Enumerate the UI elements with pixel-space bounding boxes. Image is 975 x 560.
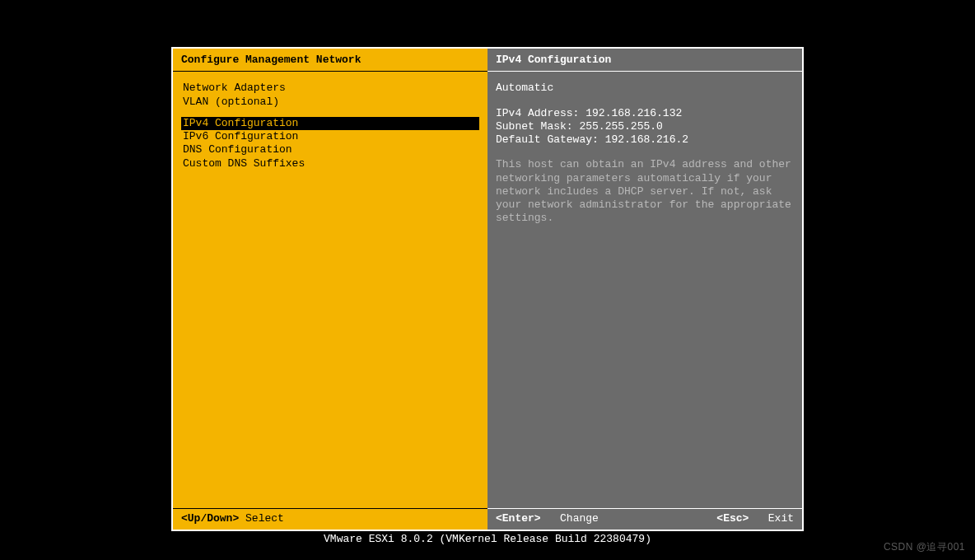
key-esc: <Esc> bbox=[716, 512, 749, 525]
footer-esc-action: Exit bbox=[768, 512, 794, 525]
default-gateway-value: 192.168.216.2 bbox=[605, 133, 688, 146]
footer-enter-group: <Enter> Change bbox=[496, 512, 599, 525]
menu-item-dns-configuration[interactable]: DNS Configuration bbox=[181, 143, 479, 156]
menu-list: Network Adapters VLAN (optional) IPv4 Co… bbox=[173, 72, 488, 508]
footer-left-action: Select bbox=[245, 512, 284, 525]
ipv4-address-row: IPv4 Address: 192.168.216.132 bbox=[496, 107, 794, 120]
default-gateway-row: Default Gateway: 192.168.216.2 bbox=[496, 133, 794, 147]
menu-item-network-adapters[interactable]: Network Adapters bbox=[181, 82, 479, 95]
footer-esc-group: <Esc> Exit bbox=[716, 512, 794, 525]
console-frame: Configure Management Network Network Ada… bbox=[171, 47, 804, 531]
ipv4-description: This host can obtain an IPv4 address and… bbox=[496, 158, 794, 225]
key-up-down: <Up/Down> bbox=[181, 512, 239, 525]
footer-left: <Up/Down> Select bbox=[173, 508, 488, 530]
ipv4-address-value: 192.168.216.132 bbox=[585, 107, 682, 119]
menu-item-ipv4-configuration[interactable]: IPv4 Configuration bbox=[181, 117, 479, 130]
menu-item-ipv6-configuration[interactable]: IPv6 Configuration bbox=[181, 130, 479, 143]
footer-enter-action: Change bbox=[560, 512, 599, 525]
key-enter: <Enter> bbox=[496, 512, 541, 525]
detail-body: Automatic IPv4 Address: 192.168.216.132 … bbox=[488, 72, 802, 508]
subnet-mask-value: 255.255.255.0 bbox=[579, 120, 662, 133]
menu-item-vlan[interactable]: VLAN (optional) bbox=[181, 96, 479, 109]
default-gateway-label: Default Gateway: bbox=[496, 133, 599, 146]
menu-group-1: Network Adapters VLAN (optional) bbox=[181, 82, 479, 109]
footer-right: <Enter> Change <Esc> Exit bbox=[488, 508, 802, 530]
ipv4-address-label: IPv4 Address: bbox=[496, 107, 579, 119]
version-line: VMware ESXi 8.0.2 (VMKernel Release Buil… bbox=[171, 533, 804, 546]
right-panel: IPv4 Configuration Automatic IPv4 Addres… bbox=[488, 49, 802, 508]
left-panel-title: Configure Management Network bbox=[173, 49, 488, 72]
watermark: CSDN @追寻001 bbox=[884, 541, 965, 553]
panels: Configure Management Network Network Ada… bbox=[173, 49, 802, 508]
right-panel-title: IPv4 Configuration bbox=[488, 49, 802, 72]
subnet-mask-row: Subnet Mask: 255.255.255.0 bbox=[496, 120, 794, 133]
footer: <Up/Down> Select <Enter> Change <Esc> Ex… bbox=[173, 508, 802, 530]
ipv4-mode: Automatic bbox=[496, 82, 794, 95]
menu-group-2: IPv4 Configuration IPv6 Configuration DN… bbox=[181, 117, 479, 170]
left-panel: Configure Management Network Network Ada… bbox=[173, 49, 488, 508]
subnet-mask-label: Subnet Mask: bbox=[496, 120, 573, 133]
ipv4-fields: IPv4 Address: 192.168.216.132 Subnet Mas… bbox=[496, 107, 794, 147]
menu-item-custom-dns-suffixes[interactable]: Custom DNS Suffixes bbox=[181, 157, 479, 170]
